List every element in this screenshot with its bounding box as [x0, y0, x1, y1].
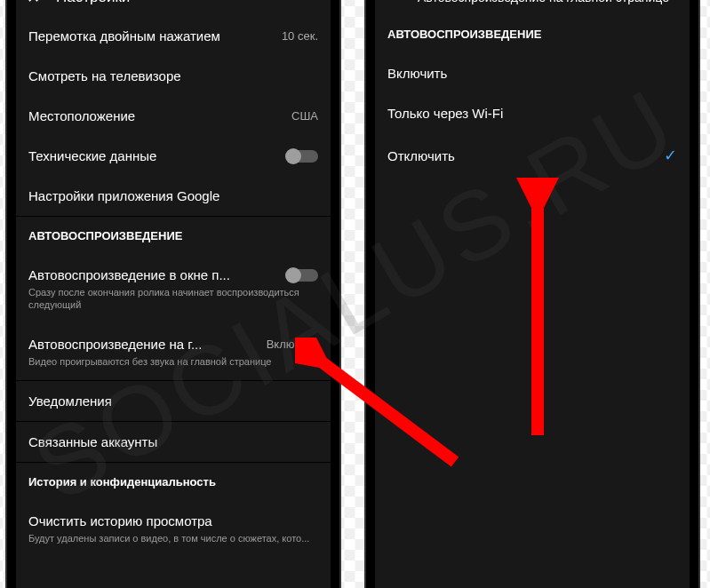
toggle[interactable] — [286, 150, 318, 163]
description: Видео проигрываются без звука на главной… — [28, 355, 271, 368]
label: Автовоспроизведение на г... — [28, 337, 202, 352]
label: Отключить — [387, 148, 455, 163]
row-double-tap-seek[interactable]: Перемотка двойным нажатием 10 сек. — [16, 16, 331, 56]
label: Включить — [387, 66, 447, 81]
svg-line-0 — [313, 355, 455, 462]
row-watch-tv[interactable]: Смотреть на телевизоре — [16, 56, 331, 96]
description: Будут удалены записи о видео, в том числ… — [28, 532, 309, 544]
close-icon[interactable]: ✕ — [27, 0, 40, 7]
label: Местоположение — [28, 108, 135, 123]
value: 10 сек. — [282, 29, 318, 43]
page-title: Настройки — [56, 0, 130, 6]
section-header-autoplay: АВТОВОСПРОИЗВЕДЕНИЕ — [375, 15, 690, 53]
toggle[interactable] — [286, 269, 318, 282]
page-title: Автовоспроизведение на главной странице — [418, 0, 669, 4]
back-icon[interactable]: ← — [386, 0, 402, 6]
screen: ✕ Настройки Перемотка двойным нажатием 1… — [16, 0, 331, 588]
settings-header: ✕ Настройки — [16, 0, 331, 16]
check-icon: ✓ — [664, 146, 677, 165]
label: Настройки приложения Google — [28, 188, 219, 203]
label: Связанные аккаунты — [28, 434, 157, 449]
label: Только через Wi-Fi — [387, 106, 503, 121]
label: Автовоспроизведение в окне п... — [28, 267, 230, 282]
row-autoplay-window[interactable]: Автовоспроизведение в окне п... Сразу по… — [16, 255, 331, 324]
row-technical-data[interactable]: Технические данные — [16, 136, 331, 176]
value: США — [291, 109, 318, 123]
section-header-autoplay: АВТОВОСПРОИЗВЕДЕНИЕ — [16, 217, 331, 255]
row-linked-accounts[interactable]: Связанные аккаунты — [16, 422, 331, 462]
label: Смотреть на телевизоре — [28, 68, 181, 83]
label: Уведомления — [28, 393, 112, 409]
label: Очистить историю просмотра — [28, 513, 212, 528]
annotation-arrow — [502, 178, 573, 444]
phone-mockup-settings: ✕ Настройки Перемотка двойным нажатием 1… — [5, 0, 341, 588]
row-clear-history[interactable]: Очистить историю просмотра Будут удалены… — [16, 501, 331, 557]
row-location[interactable]: Местоположение США — [16, 96, 331, 136]
settings-content: Перемотка двойным нажатием 10 сек. Смотр… — [16, 16, 331, 588]
row-google-settings[interactable]: Настройки приложения Google — [16, 176, 331, 216]
option-enable[interactable]: Включить — [375, 53, 690, 93]
row-autoplay-home[interactable]: Автовоспроизведение на г... Включить Вид… — [16, 324, 331, 380]
option-disable[interactable]: Отключить ✓ — [375, 133, 690, 178]
autoplay-header: ← Автовоспроизведение на главной страниц… — [375, 0, 690, 15]
label: Перемотка двойным нажатием — [28, 28, 220, 44]
section-header-history: История и конфиденциальность — [16, 463, 331, 501]
row-notifications[interactable]: Уведомления — [16, 381, 331, 421]
label: Технические данные — [28, 148, 156, 163]
option-wifi-only[interactable]: Только через Wi-Fi — [375, 93, 690, 133]
description: Сразу после окончания ролика начинает во… — [28, 286, 318, 312]
annotation-arrow — [295, 338, 464, 489]
